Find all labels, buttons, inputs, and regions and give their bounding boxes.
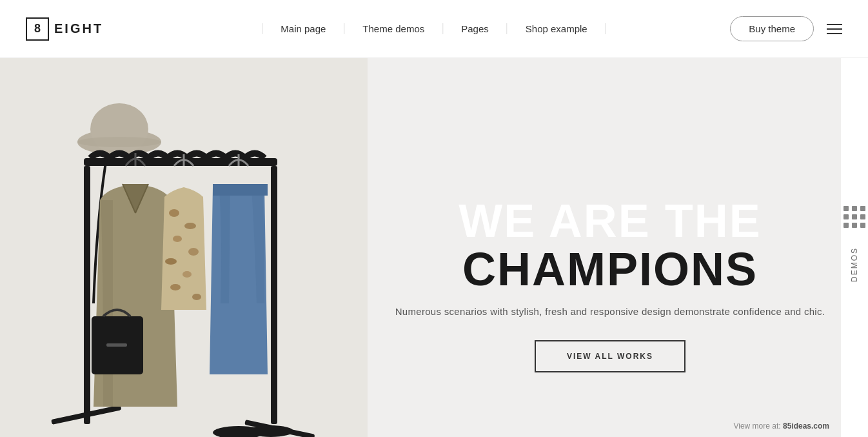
main-nav: Main page Theme demos Pages Shop example <box>262 23 606 34</box>
svg-point-21 <box>170 284 181 290</box>
demos-dot-1 <box>843 206 849 211</box>
nav-item-pages[interactable]: Pages <box>443 23 508 34</box>
nav-item-theme-demos[interactable]: Theme demos <box>344 23 443 34</box>
svg-point-22 <box>192 294 201 300</box>
demos-dot-2 <box>852 206 857 211</box>
hero-subtitle: Numerous scenarios with stylish, fresh a… <box>395 306 825 317</box>
demos-dot-3 <box>860 206 865 211</box>
buy-theme-button[interactable]: Buy theme <box>730 16 814 41</box>
nav-item-shop-example[interactable]: Shop example <box>508 23 606 34</box>
view-all-works-button[interactable]: VIEW ALL WORKS <box>535 340 686 372</box>
hero-section: WE ARE THE CHAMPIONS Numerous scenarios … <box>0 58 868 437</box>
logo-text: EIGHT <box>54 21 103 36</box>
demos-dot-5 <box>852 214 857 219</box>
demos-dot-4 <box>843 214 849 219</box>
logo[interactable]: 8 EIGHT <box>26 17 103 41</box>
footer-view-more: View more at: <box>733 422 780 431</box>
demos-dot-9 <box>860 223 865 228</box>
hero-image <box>0 58 368 437</box>
nav-item-main-page[interactable]: Main page <box>262 23 344 34</box>
hero-title-white: WE ARE THE <box>459 195 761 247</box>
demos-panel[interactable]: Demos <box>841 58 868 437</box>
svg-point-15 <box>169 209 179 217</box>
logo-box-text: 8 <box>34 22 41 36</box>
svg-rect-6 <box>271 166 277 424</box>
demos-dot-8 <box>852 223 857 228</box>
svg-point-18 <box>188 248 199 256</box>
header-right: Buy theme <box>730 16 842 41</box>
hero-content: WE ARE THE CHAMPIONS Numerous scenarios … <box>352 58 868 437</box>
svg-point-17 <box>173 236 182 242</box>
svg-point-26 <box>248 425 293 437</box>
hamburger-line-3 <box>827 33 842 34</box>
clothing-rack-svg <box>0 58 368 437</box>
header: 8 EIGHT Main page Theme demos Pages Shop… <box>0 0 868 58</box>
svg-point-16 <box>184 223 196 229</box>
demos-label: Demos <box>850 241 859 289</box>
footer-site: 85ideas.com <box>783 422 829 431</box>
svg-rect-24 <box>213 184 268 196</box>
logo-box: 8 <box>26 17 49 41</box>
hero-title: WE ARE THE CHAMPIONS <box>459 197 761 294</box>
svg-rect-5 <box>84 166 90 424</box>
hamburger-line-2 <box>827 28 842 30</box>
demos-dots-grid <box>843 206 865 228</box>
hamburger-line-1 <box>827 24 842 25</box>
svg-point-3 <box>77 137 161 147</box>
demos-dot-6 <box>860 214 865 219</box>
svg-point-19 <box>165 258 177 265</box>
hero-title-dark: CHAMPIONS <box>462 243 758 295</box>
hamburger-menu[interactable] <box>827 24 842 34</box>
demos-dot-7 <box>843 223 849 228</box>
footer-note: View more at: 85ideas.com <box>733 422 829 431</box>
svg-rect-13 <box>106 343 127 347</box>
svg-point-20 <box>182 271 192 278</box>
